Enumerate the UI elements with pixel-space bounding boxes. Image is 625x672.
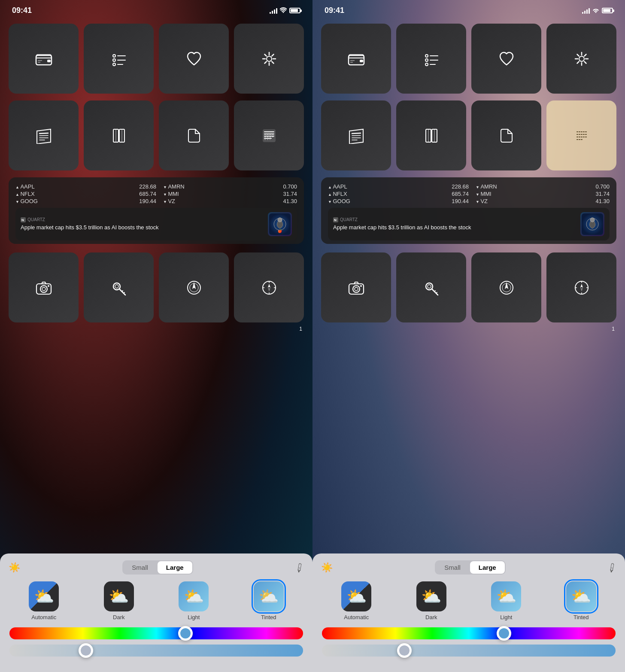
camera-icon-left[interactable] [9, 252, 79, 322]
stocks-widget-right: AAPL 228.68 NFLX 685.74 GOOG 190.44 AMRN [321, 177, 616, 244]
style-dark-label-left: Dark [113, 614, 124, 620]
style-dark-right[interactable]: ⛅ Dark [396, 581, 467, 620]
saturation-slider-right[interactable] [321, 645, 616, 657]
wifi-icon-right [592, 7, 599, 14]
size-small-left[interactable]: Small [123, 561, 157, 574]
style-dark-label-right: Dark [425, 614, 437, 620]
style-auto-label-right: Automatic [344, 614, 369, 620]
news-thumbnail-right [580, 212, 604, 236]
health-icon-left[interactable] [159, 24, 229, 94]
svg-line-17 [272, 54, 273, 56]
style-light-label-left: Light [188, 614, 200, 620]
news-icon-right[interactable] [321, 100, 391, 170]
svg-point-101 [353, 286, 360, 292]
style-light-preview-right: ⛅ [491, 581, 521, 611]
news-icon-left[interactable] [9, 100, 79, 170]
wallet-icon-left[interactable] [9, 24, 79, 94]
svg-marker-61 [268, 284, 270, 288]
app-grid-row1-left [0, 18, 312, 99]
books-icon-right[interactable] [396, 100, 466, 170]
color-slider-right[interactable] [321, 627, 616, 639]
svg-point-103 [360, 285, 362, 287]
style-auto-label-left: Automatic [31, 614, 56, 620]
color-thumb-right[interactable] [497, 626, 511, 641]
news-source-left: QUARTZ [27, 217, 45, 222]
size-pills-left: Small Large [122, 560, 193, 575]
status-bar-right: 09:41 [312, 0, 625, 18]
svg-point-4 [113, 55, 115, 57]
svg-point-113 [575, 281, 588, 294]
style-light-right[interactable]: ⛅ Light [471, 581, 542, 620]
stock-goog-val-left: 190.44 [139, 198, 156, 204]
photos-icon-left[interactable] [234, 24, 304, 94]
eyedropper-icon-right[interactable]: 🖊 [606, 561, 619, 574]
files-icon-right[interactable] [471, 100, 541, 170]
icon-styles-right: ⛅ Automatic ⛅ Dark ⛅ Light ⛅ [321, 581, 616, 620]
sat-track-left [9, 645, 303, 657]
style-light-left[interactable]: ⛅ Light [158, 581, 229, 620]
stock-aapl-val-left: 228.68 [139, 183, 156, 190]
page-indicator-right: 1 [312, 326, 625, 332]
maps-icon-right[interactable] [471, 252, 541, 322]
svg-line-21 [39, 135, 48, 136]
svg-point-44 [40, 286, 47, 292]
svg-point-48 [115, 285, 118, 288]
stock-vz-val-right: 41.30 [595, 198, 610, 204]
svg-marker-119 [580, 288, 583, 292]
svg-line-108 [436, 292, 437, 293]
compass-icon-left[interactable] [234, 252, 304, 322]
stock-vz-val-left: 41.30 [283, 198, 297, 204]
sat-thumb-left[interactable] [79, 643, 93, 658]
eyedropper-icon-left[interactable]: 🖊 [293, 561, 306, 574]
wallet-icon-right[interactable] [321, 24, 391, 94]
svg-point-105 [428, 285, 431, 288]
brightness-icon-right[interactable]: ☀️ [321, 562, 333, 573]
svg-point-45 [42, 287, 46, 291]
photos-icon-right[interactable] [546, 24, 616, 94]
svg-marker-112 [505, 282, 508, 289]
size-large-left[interactable]: Large [158, 561, 192, 574]
stock-vz-name-left: VZ [163, 198, 175, 204]
style-automatic-left[interactable]: ⛅ Automatic [9, 581, 79, 620]
status-icons-left [270, 7, 300, 14]
bottom-sheet-left: ☀️ Small Large 🖊 ⛅ Automatic ⛅ Dark [0, 553, 312, 672]
page-indicator-left: 1 [0, 326, 312, 332]
style-dark-left[interactable]: ⛅ Dark [84, 581, 155, 620]
compass-icon-right[interactable] [546, 252, 616, 322]
reminders-icon-right[interactable] [396, 24, 466, 94]
keys-icon-right[interactable] [396, 252, 466, 322]
reminders-icon-left[interactable] [84, 24, 154, 94]
svg-point-99 [590, 218, 595, 222]
notes-icon-right[interactable] [546, 100, 616, 170]
notes-icon-left[interactable] [234, 100, 304, 170]
status-time-left: 09:41 [12, 6, 32, 15]
status-time-right: 09:41 [325, 6, 344, 15]
style-tinted-left[interactable]: ⛅ Tinted [234, 581, 304, 620]
sat-thumb-right[interactable] [397, 643, 412, 658]
size-small-right[interactable]: Small [436, 561, 469, 574]
stocks-widget-left: AAPL 228.68 NFLX 685.74 GOOG 190.44 AMRN [9, 177, 304, 244]
stock-amrn-name-right: AMRN [476, 183, 497, 190]
signal-icon-left [270, 8, 277, 14]
color-slider-left[interactable] [9, 627, 304, 639]
svg-line-84 [352, 135, 361, 136]
sat-track-right [322, 645, 616, 657]
color-thumb-left[interactable] [178, 626, 193, 641]
health-icon-right[interactable] [471, 24, 541, 94]
keys-icon-left[interactable] [84, 252, 154, 322]
saturation-slider-left[interactable] [9, 645, 304, 657]
style-tinted-right[interactable]: ⛅ Tinted [546, 581, 617, 620]
camera-icon-right[interactable] [321, 252, 391, 322]
maps-icon-left[interactable] [159, 252, 229, 322]
stock-goog-name-right: GOOG [328, 198, 350, 204]
svg-marker-19 [37, 129, 51, 144]
stock-amrn-name-left: AMRN [163, 183, 185, 190]
svg-line-50 [122, 291, 123, 292]
style-automatic-right[interactable]: ⛅ Automatic [321, 581, 392, 620]
books-icon-left[interactable] [84, 100, 154, 170]
wifi-icon-left [280, 7, 287, 14]
style-light-preview-left: ⛅ [179, 581, 209, 611]
brightness-icon-left[interactable]: ☀️ [9, 562, 20, 573]
files-icon-left[interactable] [159, 100, 229, 170]
size-large-right[interactable]: Large [470, 561, 505, 574]
